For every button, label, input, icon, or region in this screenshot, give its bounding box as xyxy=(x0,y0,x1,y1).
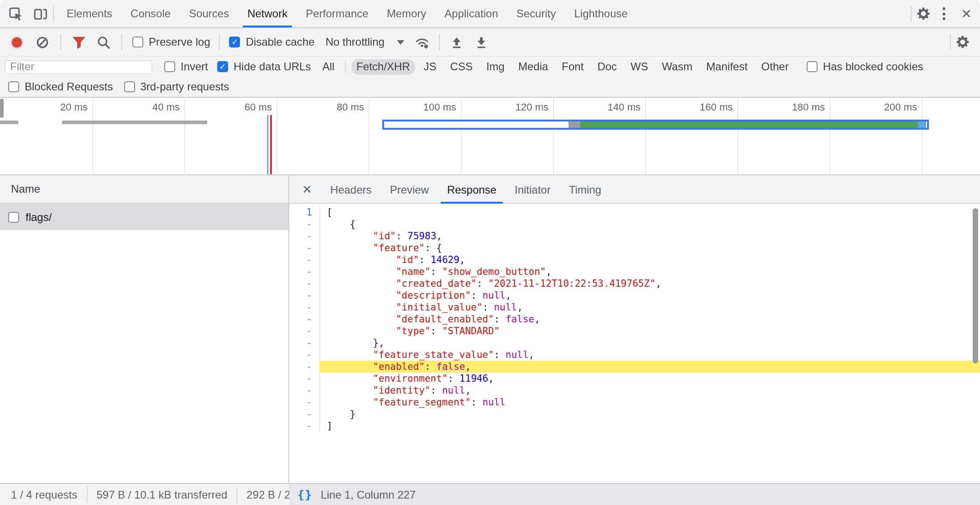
timeline-tick-label: 140 ms xyxy=(608,101,645,112)
response-body-viewer: 1[- {- "id": 75983,- "feature": {- "id":… xyxy=(289,204,980,483)
timeline-tick-label: 180 ms xyxy=(792,101,829,112)
name-column-header[interactable]: Name xyxy=(0,175,288,204)
device-toolbar-button[interactable] xyxy=(28,0,53,27)
json-token-punc: : xyxy=(471,289,482,300)
json-token-punc: : xyxy=(494,313,506,324)
hide-data-urls-label: Hide data URLs xyxy=(234,60,311,73)
json-token-str: "STANDARD" xyxy=(442,325,500,336)
timeline-tick-label: 20 ms xyxy=(60,101,92,112)
filter-type-js[interactable]: JS xyxy=(418,59,442,74)
json-token-punc: ] xyxy=(327,420,333,431)
tab-lighthouse[interactable]: Lighthouse xyxy=(565,0,636,27)
json-token-punc: , xyxy=(517,301,523,312)
filter-type-css[interactable]: CSS xyxy=(445,59,478,74)
third-party-checkbox[interactable] xyxy=(124,81,135,92)
pretty-print-icon[interactable]: {} xyxy=(297,488,313,501)
detail-tab-headers[interactable]: Headers xyxy=(321,175,381,204)
devtools-tab-strip: ElementsConsoleSourcesNetworkPerformance… xyxy=(57,0,637,27)
network-summary-bar: 1 / 4 requests 597 B / 10.1 kB transferr… xyxy=(0,483,289,505)
export-har-button[interactable] xyxy=(469,28,494,56)
filter-toggle-button[interactable] xyxy=(67,28,91,56)
gear-icon xyxy=(917,7,930,20)
tab-performance[interactable]: Performance xyxy=(297,0,377,27)
code-line: -] xyxy=(289,420,980,432)
detail-tab-initiator[interactable]: Initiator xyxy=(506,175,560,204)
tab-memory[interactable]: Memory xyxy=(378,0,436,27)
inspect-element-button[interactable] xyxy=(4,0,28,27)
close-detail-button[interactable]: ✕ xyxy=(293,182,321,196)
blocked-requests-checkbox[interactable] xyxy=(8,81,19,92)
filter-input[interactable] xyxy=(5,60,152,74)
preserve-log-checkbox[interactable] xyxy=(132,37,143,47)
json-token-punc: , xyxy=(506,289,511,300)
devtools-close-button[interactable]: ✕ xyxy=(953,6,980,21)
network-settings-button[interactable] xyxy=(951,28,975,56)
detail-tab-timing[interactable]: Timing xyxy=(560,175,610,204)
detail-tab-response[interactable]: Response xyxy=(438,175,506,204)
json-token-punc xyxy=(327,230,373,241)
filter-type-doc[interactable]: Doc xyxy=(592,59,622,74)
code-line-content: "identity": null, xyxy=(319,384,980,396)
filter-type-fetchxhr[interactable]: Fetch/XHR xyxy=(351,59,415,74)
clear-network-log-button[interactable] xyxy=(30,28,55,56)
json-token-atom: null xyxy=(482,289,506,300)
timeline-gridline xyxy=(92,98,93,174)
invert-checkbox[interactable] xyxy=(164,61,175,72)
hide-data-urls-checkbox[interactable] xyxy=(217,61,228,72)
phase-stalled xyxy=(568,121,580,127)
detail-tab-bar: ✕ HeadersPreviewResponseInitiatorTiming xyxy=(289,175,980,204)
json-token-num: 75983 xyxy=(407,230,436,241)
timeline-overview[interactable]: 20 ms40 ms60 ms80 ms100 ms120 ms140 ms16… xyxy=(0,98,980,175)
tab-console[interactable]: Console xyxy=(121,0,180,27)
third-party-label: 3rd-party requests xyxy=(140,80,229,93)
record-network-log-button[interactable] xyxy=(12,37,22,47)
timeline-tick-label: 200 ms xyxy=(884,101,922,112)
invert-label: Invert xyxy=(181,60,208,73)
status-bar: 1 / 4 requests 597 B / 10.1 kB transferr… xyxy=(0,483,980,505)
has-blocked-cookies-checkbox[interactable] xyxy=(807,61,818,72)
filter-type-ws[interactable]: WS xyxy=(625,59,654,74)
import-har-button[interactable] xyxy=(445,28,469,56)
timeline-gridline xyxy=(737,98,738,174)
line-gutter-marker: - xyxy=(289,349,319,361)
request-row[interactable]: flags/ xyxy=(0,204,288,230)
request-checkbox[interactable] xyxy=(8,211,19,222)
filter-type-media[interactable]: Media xyxy=(513,59,553,74)
timeline-gridline xyxy=(184,98,185,174)
search-button[interactable] xyxy=(91,28,116,56)
overview-request-bar[interactable] xyxy=(382,119,928,129)
filter-type-all[interactable]: All xyxy=(317,59,340,74)
requests-count-summary: 1 / 4 requests xyxy=(0,488,86,501)
filter-type-wasm[interactable]: Wasm xyxy=(657,59,698,74)
disable-cache-checkbox[interactable] xyxy=(229,37,240,47)
response-scrollbar-thumb[interactable] xyxy=(972,208,978,363)
timeline-gridline xyxy=(645,98,646,174)
tab-application[interactable]: Application xyxy=(435,0,507,27)
network-conditions-button[interactable] xyxy=(410,28,435,56)
import-har-icon xyxy=(450,35,464,49)
filter-type-font[interactable]: Font xyxy=(556,59,589,74)
code-line-content: "initial_value": null, xyxy=(319,301,980,313)
throttling-dropdown[interactable]: No throttling xyxy=(326,36,405,48)
devtools-menu-button[interactable] xyxy=(936,6,953,22)
tab-security[interactable]: Security xyxy=(507,0,565,27)
code-line-content: "created_date": "2021-11-12T10:22:53.419… xyxy=(319,278,980,289)
filter-divider xyxy=(345,60,346,73)
tab-elements[interactable]: Elements xyxy=(57,0,121,27)
json-token-punc xyxy=(327,301,396,312)
devtools-window: ElementsConsoleSourcesNetworkPerformance… xyxy=(0,0,980,505)
code-line-content: } xyxy=(319,408,980,420)
filter-type-other[interactable]: Other xyxy=(756,59,794,74)
json-token-punc: [ xyxy=(327,206,333,217)
filter-type-manifest[interactable]: Manifest xyxy=(701,59,753,74)
json-token-punc xyxy=(327,266,396,277)
line-gutter-marker: 1 xyxy=(289,206,319,218)
filter-type-img[interactable]: Img xyxy=(481,59,510,74)
json-token-punc: , xyxy=(465,384,471,395)
tab-sources[interactable]: Sources xyxy=(180,0,238,27)
tab-network[interactable]: Network xyxy=(238,0,297,27)
detail-tab-preview[interactable]: Preview xyxy=(381,175,438,204)
disable-cache-label: Disable cache xyxy=(246,36,315,48)
devtools-settings-button[interactable] xyxy=(912,0,936,27)
line-gutter-marker: - xyxy=(289,373,319,384)
